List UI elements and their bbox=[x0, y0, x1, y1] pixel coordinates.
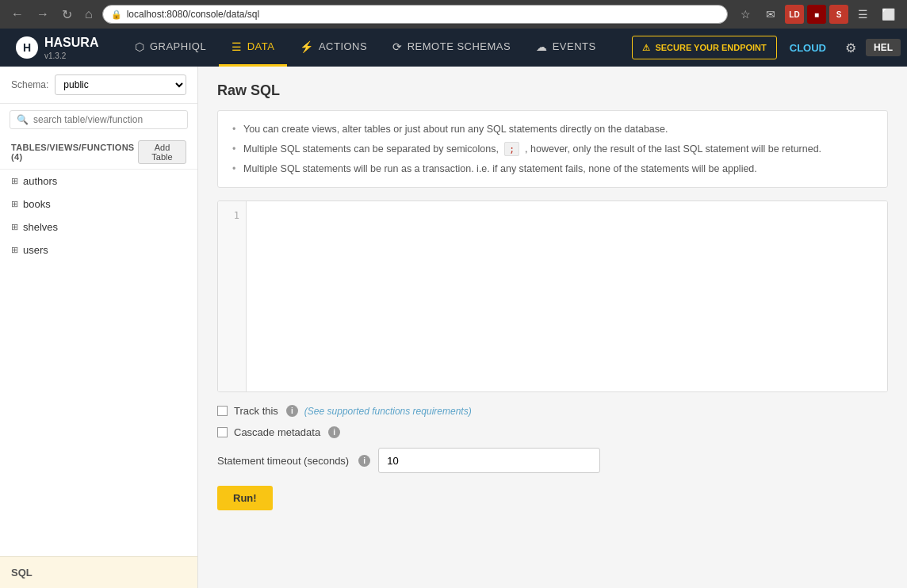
info-list: You can create views, alter tables or ju… bbox=[232, 122, 873, 176]
table-item-users[interactable]: ⊞ users bbox=[0, 239, 197, 262]
track-checkbox[interactable] bbox=[217, 406, 228, 416]
table-item-shelves[interactable]: ⊞ shelves bbox=[0, 216, 197, 239]
warning-icon: ⚠ bbox=[642, 43, 650, 53]
graphiql-icon: ⬡ bbox=[135, 40, 145, 53]
cascade-option-row: Cascade metadata i bbox=[217, 426, 888, 438]
table-icon-books: ⊞ bbox=[11, 199, 18, 209]
ext-badge-3[interactable]: S bbox=[829, 5, 848, 24]
page-title: Raw SQL bbox=[217, 82, 888, 99]
nav-items: ⬡ GRAPHIQL ☰ DATA ⚡ ACTIONS ⟳ REMOTE SCH… bbox=[122, 29, 608, 67]
cloud-link[interactable]: CLOUD bbox=[780, 42, 836, 54]
brand-info: HASURA v1.3.2 bbox=[44, 36, 98, 60]
back-button[interactable]: ← bbox=[8, 6, 27, 23]
browser-chrome: ← → ↻ ⌂ 🔒 localhost:8080/console/data/sq… bbox=[0, 0, 907, 29]
forward-button[interactable]: → bbox=[33, 6, 52, 23]
sql-editor: 1 bbox=[218, 201, 887, 391]
content-area: Raw SQL You can create views, alter tabl… bbox=[198, 67, 907, 588]
brand-version: v1.3.2 bbox=[44, 52, 98, 60]
nav-remote-schemas-label: REMOTE SCHEMAS bbox=[408, 40, 511, 52]
nav-data[interactable]: ☰ DATA bbox=[219, 29, 287, 67]
ext-badge-2[interactable]: ■ bbox=[807, 5, 826, 24]
main-layout: Schema: public 🔍 Tables/Views/Functions … bbox=[0, 67, 907, 588]
brand: H HASURA v1.3.2 bbox=[0, 29, 114, 67]
star-button[interactable]: ☆ bbox=[734, 3, 756, 25]
sql-editor-wrap: 1 bbox=[217, 200, 888, 392]
remote-schemas-icon: ⟳ bbox=[392, 40, 403, 53]
schema-select[interactable]: public bbox=[55, 74, 186, 95]
run-button[interactable]: Run! bbox=[217, 486, 273, 510]
lock-icon: 🔒 bbox=[111, 10, 122, 20]
nav-events[interactable]: ☁ EVENTS bbox=[523, 29, 609, 67]
track-see-more-link[interactable]: (See supported functions requirements) bbox=[304, 406, 472, 417]
cascade-checkbox[interactable] bbox=[217, 427, 228, 437]
nav-graphiql-label: GRAPHIQL bbox=[150, 40, 206, 52]
nav-right: ⚠ SECURE YOUR ENDPOINT CLOUD ⚙ HEL bbox=[632, 29, 907, 67]
search-input-wrap: 🔍 bbox=[10, 110, 188, 129]
table-icon-authors: ⊞ bbox=[11, 176, 18, 186]
cascade-label: Cascade metadata bbox=[234, 426, 320, 438]
line-number-1: 1 bbox=[218, 208, 246, 223]
top-nav: H HASURA v1.3.2 ⬡ GRAPHIQL ☰ DATA ⚡ ACTI… bbox=[0, 29, 907, 67]
home-button[interactable]: ⌂ bbox=[82, 6, 96, 23]
reload-button[interactable]: ↻ bbox=[59, 6, 75, 24]
events-icon: ☁ bbox=[536, 40, 548, 53]
browser-actions: ☆ ✉ LD ■ S ☰ ⬜ bbox=[734, 3, 899, 25]
cascade-info-icon[interactable]: i bbox=[328, 426, 340, 438]
tables-header: Tables/Views/Functions (4) Add Table bbox=[0, 136, 197, 170]
info-box: You can create views, alter tables or ju… bbox=[217, 110, 888, 188]
table-icon-users: ⊞ bbox=[11, 245, 18, 255]
schema-label: Schema: bbox=[11, 79, 48, 90]
timeout-info-icon[interactable]: i bbox=[358, 455, 370, 467]
extensions-button[interactable]: ⬜ bbox=[877, 3, 899, 25]
track-label: Track this bbox=[234, 405, 278, 417]
table-name-users: users bbox=[23, 244, 48, 256]
nav-data-label: DATA bbox=[247, 40, 275, 52]
sql-sidebar-item[interactable]: SQL bbox=[0, 556, 197, 588]
help-button[interactable]: HEL bbox=[866, 39, 901, 56]
nav-graphiql[interactable]: ⬡ GRAPHIQL bbox=[122, 29, 219, 67]
actions-icon: ⚡ bbox=[300, 40, 314, 53]
options-section: Track this i (See supported functions re… bbox=[217, 405, 888, 438]
table-item-authors[interactable]: ⊞ authors bbox=[0, 170, 197, 193]
semicolon-code: ; bbox=[504, 142, 519, 156]
search-input[interactable] bbox=[33, 114, 181, 125]
brand-logo: H bbox=[16, 36, 38, 59]
table-name-authors: authors bbox=[23, 175, 57, 187]
add-table-button[interactable]: Add Table bbox=[138, 140, 186, 164]
timeout-row: Statement timeout (seconds) i bbox=[217, 448, 888, 473]
sidebar: Schema: public 🔍 Tables/Views/Functions … bbox=[0, 67, 198, 588]
search-icon: 🔍 bbox=[17, 114, 29, 125]
table-item-books[interactable]: ⊞ books bbox=[0, 193, 197, 216]
table-name-books: books bbox=[23, 198, 51, 210]
table-name-shelves: shelves bbox=[23, 221, 58, 233]
url-text: localhost:8080/console/data/sql bbox=[127, 9, 259, 20]
email-button[interactable]: ✉ bbox=[760, 3, 782, 25]
track-option-row: Track this i (See supported functions re… bbox=[217, 405, 888, 417]
table-list: ⊞ authors ⊞ books ⊞ shelves ⊞ users bbox=[0, 170, 197, 556]
data-icon: ☰ bbox=[232, 40, 243, 53]
info-item-2: Multiple SQL statements can be separated… bbox=[232, 142, 873, 157]
info-item-1: You can create views, alter tables or ju… bbox=[232, 122, 873, 137]
secure-endpoint-label: SECURE YOUR ENDPOINT bbox=[655, 43, 766, 52]
settings-gear-button[interactable]: ⚙ bbox=[839, 40, 863, 55]
info-item-3: Multiple SQL statements will be run as a… bbox=[232, 162, 873, 177]
menu-button[interactable]: ☰ bbox=[852, 3, 874, 25]
schema-row: Schema: public bbox=[0, 67, 197, 104]
sql-textarea[interactable] bbox=[247, 201, 887, 391]
ext-badge-1[interactable]: LD bbox=[785, 5, 804, 24]
timeout-label: Statement timeout (seconds) bbox=[217, 455, 349, 467]
brand-name: HASURA bbox=[44, 36, 98, 50]
table-icon-shelves: ⊞ bbox=[11, 222, 18, 232]
nav-actions[interactable]: ⚡ ACTIONS bbox=[287, 29, 380, 67]
nav-events-label: EVENTS bbox=[553, 40, 596, 52]
url-bar[interactable]: 🔒 localhost:8080/console/data/sql bbox=[102, 5, 728, 24]
timeout-input[interactable] bbox=[378, 448, 600, 473]
track-info-icon[interactable]: i bbox=[286, 405, 298, 417]
search-row: 🔍 bbox=[0, 104, 197, 136]
nav-remote-schemas[interactable]: ⟳ REMOTE SCHEMAS bbox=[380, 29, 523, 67]
line-numbers: 1 bbox=[218, 201, 247, 391]
tables-header-label: Tables/Views/Functions (4) bbox=[11, 143, 138, 162]
nav-actions-label: ACTIONS bbox=[319, 40, 367, 52]
secure-endpoint-button[interactable]: ⚠ SECURE YOUR ENDPOINT bbox=[632, 36, 776, 59]
